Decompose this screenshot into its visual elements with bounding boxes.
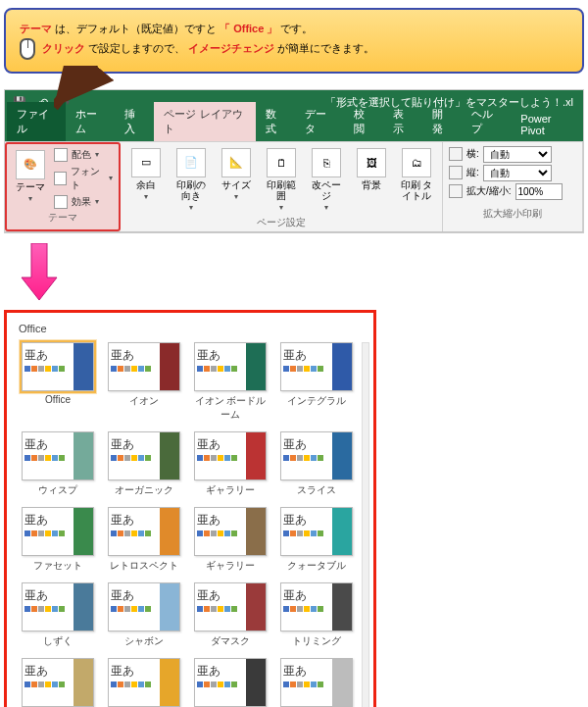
themes-grid: 亜あOffice亜あイオン亜あイオン ボードルーム亜あインテグラル亜あウィスプ亜… xyxy=(13,340,368,707)
theme-item[interactable]: 亜あOffice xyxy=(19,342,97,422)
scale-input[interactable] xyxy=(515,183,563,200)
orientation-button[interactable]: 📄印刷の 向き▾ xyxy=(172,146,211,214)
tab-formulas[interactable]: 数式 xyxy=(256,102,295,141)
theme-label: インテグラル xyxy=(287,394,346,408)
theme-item[interactable]: 亜あスライス xyxy=(277,431,356,497)
group-title-scale: 拡大縮小印刷 xyxy=(449,205,576,221)
theme-label: イオン ボードルーム xyxy=(191,394,270,422)
tab-help[interactable]: ヘルプ xyxy=(462,102,511,141)
theme-item[interactable]: 亜あしずく xyxy=(19,582,97,648)
theme-item[interactable]: 亜あフレーム xyxy=(277,658,356,707)
print-titles-button[interactable]: 🗂印刷 タイトル xyxy=(397,146,436,203)
group-title-page-setup: ページ設定 xyxy=(126,214,436,229)
print-area-button[interactable]: 🗒印刷範囲▾ xyxy=(262,146,301,214)
theme-label: クォータブル xyxy=(287,559,346,573)
themes-button[interactable]: 🎨 テーマ ▾ xyxy=(13,148,48,205)
size-button[interactable]: 📐サイズ▾ xyxy=(217,146,256,203)
theme-item[interactable]: 亜あビュー xyxy=(191,658,270,707)
chevron-down-icon: ▾ xyxy=(28,194,32,203)
theme-label: しずく xyxy=(43,634,73,648)
scale-icon xyxy=(449,184,463,198)
colors-button[interactable]: 配色▾ xyxy=(54,148,113,162)
height-icon xyxy=(449,166,463,179)
callout-theme-word: テーマ xyxy=(20,23,52,34)
theme-item[interactable]: 亜あインテグラル xyxy=(277,342,356,422)
callout-office-word: 「 Office 」 xyxy=(220,23,277,34)
callout-box: テーマ は、デフォルト（既定値）ですと 「 Office 」 です。 クリック … xyxy=(4,8,584,74)
tab-view[interactable]: 表示 xyxy=(383,102,422,141)
theme-item[interactable]: 亜あパーセル xyxy=(19,658,97,707)
theme-item[interactable]: 亜あトリミング xyxy=(277,582,356,648)
pointer-arrow xyxy=(54,76,588,89)
down-arrow-icon xyxy=(20,243,588,304)
theme-item[interactable]: 亜あギャラリー xyxy=(191,507,270,573)
theme-label: イオン xyxy=(129,394,159,408)
width-select[interactable]: 自動 xyxy=(483,146,552,163)
theme-item[interactable]: 亜あオーガニック xyxy=(105,431,183,497)
effects-button[interactable]: 効果▾ xyxy=(54,195,113,209)
theme-item[interactable]: 亜あイオン ボードルーム xyxy=(191,342,270,422)
callout-line-2: クリック で設定しますので、 イメージチェンジ が簡単にできます。 xyxy=(20,38,568,60)
theme-item[interactable]: 亜あダマスク xyxy=(191,582,270,648)
theme-label: ギャラリー xyxy=(206,483,255,497)
theme-item[interactable]: 亜あシャボン xyxy=(105,582,183,648)
fonts-icon xyxy=(54,172,67,185)
breaks-button[interactable]: ⎘改ページ▾ xyxy=(307,146,346,214)
tab-power-pivot[interactable]: Power Pivot xyxy=(511,108,583,141)
effects-icon xyxy=(54,195,68,209)
theme-item[interactable]: 亜あクォータブル xyxy=(277,507,356,573)
theme-label: レトロスペクト xyxy=(110,559,178,573)
ribbon: 🎨 テーマ ▾ 配色▾ フォント▾ 効果▾ テーマ xyxy=(5,141,583,232)
gallery-scrollbar[interactable] xyxy=(362,342,369,707)
group-scale-to-fit: 横: 自動 縦: 自動 拡大/縮小: 拡大縮小印刷 xyxy=(443,142,583,231)
margins-button[interactable]: ▭余白▾ xyxy=(126,146,166,203)
themes-icon: 🎨 xyxy=(16,150,45,179)
group-gridlines: 枠線 表 印 xyxy=(583,142,588,231)
theme-label: ウィスプ xyxy=(38,483,77,497)
width-icon xyxy=(449,147,463,161)
group-themes: 🎨 テーマ ▾ 配色▾ フォント▾ 効果▾ テーマ xyxy=(5,142,121,231)
theme-item[interactable]: 亜あレトロスペクト xyxy=(105,507,183,573)
svg-marker-1 xyxy=(22,243,57,300)
callout-line-1: テーマ は、デフォルト（既定値）ですと 「 Office 」 です。 xyxy=(20,20,568,38)
theme-label: ダマスク xyxy=(211,634,250,648)
theme-item[interactable]: 亜あバッジ xyxy=(105,658,183,707)
fonts-button[interactable]: フォント▾ xyxy=(54,165,113,192)
themes-gallery: Office 亜あOffice亜あイオン亜あイオン ボードルーム亜あインテグラル… xyxy=(4,310,376,707)
colors-icon xyxy=(54,148,68,162)
theme-label: トリミング xyxy=(292,634,341,648)
theme-label: シャボン xyxy=(124,634,164,648)
theme-item[interactable]: 亜あイオン xyxy=(105,342,183,422)
theme-label: ギャラリー xyxy=(206,559,255,573)
height-select[interactable]: 自動 xyxy=(483,165,552,181)
theme-label: スライス xyxy=(297,483,336,497)
theme-label: オーガニック xyxy=(115,483,173,497)
tab-page-layout[interactable]: ページ レイアウト xyxy=(154,102,255,141)
mouse-icon xyxy=(20,38,35,60)
tab-data[interactable]: データ xyxy=(295,102,344,141)
background-button[interactable]: 🖼背景 xyxy=(352,146,391,192)
theme-item[interactable]: 亜あギャラリー xyxy=(191,431,270,497)
group-title-themes: テーマ xyxy=(13,209,113,225)
theme-label: Office xyxy=(45,394,71,405)
theme-item[interactable]: 亜あファセット xyxy=(19,507,97,573)
theme-item[interactable]: 亜あウィスプ xyxy=(19,431,97,497)
group-page-setup: ▭余白▾ 📄印刷の 向き▾ 📐サイズ▾ 🗒印刷範囲▾ ⎘改ページ▾ 🖼背景 🗂印… xyxy=(121,142,443,231)
tab-developer[interactable]: 開発 xyxy=(422,102,462,141)
theme-label: ファセット xyxy=(33,559,82,573)
tab-review[interactable]: 校閲 xyxy=(344,102,383,141)
gallery-heading: Office xyxy=(13,319,368,340)
